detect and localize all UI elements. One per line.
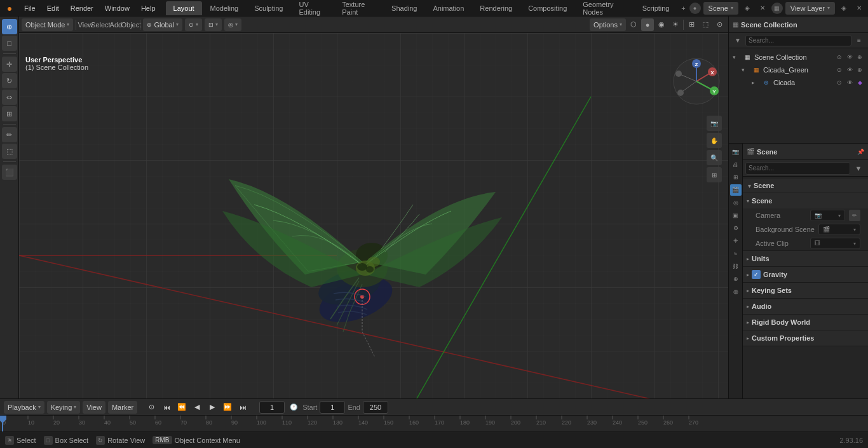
- tab-uv-editing[interactable]: UV Editing: [291, 1, 334, 15]
- outliner-item-scene-collection[interactable]: ▾ ▦ Scene Collection ⊙ 👁 ⊕: [729, 51, 868, 64]
- custom-props-header[interactable]: Custom Properties: [743, 330, 868, 346]
- start-frame-input[interactable]: 1: [320, 401, 345, 414]
- scene-section-arrow-icon[interactable]: ▾: [748, 182, 751, 189]
- tab-shading[interactable]: Shading: [384, 1, 424, 15]
- keying-sets-header[interactable]: Keying Sets: [743, 283, 868, 298]
- cicada-hide-toggle[interactable]: 👁: [845, 78, 854, 87]
- frame-clock-btn[interactable]: 🕐: [287, 401, 300, 414]
- scene-icon-btn[interactable]: ●: [689, 3, 701, 14]
- tab-compositing[interactable]: Compositing: [520, 1, 574, 15]
- snapping-toggle-btn[interactable]: ⊙: [713, 18, 726, 31]
- prop-tab-physics[interactable]: ≈: [730, 248, 742, 259]
- step-forward-btn[interactable]: ⏩: [221, 401, 234, 414]
- object-mode-dropdown[interactable]: Object Mode ▾: [22, 18, 73, 31]
- jump-start-btn[interactable]: ⏮: [160, 401, 173, 414]
- cicada-select-toggle[interactable]: ◆: [855, 78, 864, 87]
- navigation-gizmo[interactable]: Z X Y: [671, 56, 722, 107]
- viewport-canvas[interactable]: User Perspective (1) Scene Collection Z …: [19, 33, 728, 398]
- gravity-header[interactable]: ✓ Gravity: [743, 267, 868, 282]
- outliner-filter-icon-btn[interactable]: ≡: [853, 35, 865, 46]
- cursor-tool-btn[interactable]: ⊕: [2, 19, 17, 34]
- wireframe-btn[interactable]: ⬡: [627, 18, 640, 31]
- prop-tab-output[interactable]: 🖨: [730, 159, 742, 170]
- scene-subsection-header[interactable]: Scene: [743, 193, 868, 208]
- timeline-keying-dropdown[interactable]: Keying ▾: [47, 401, 81, 414]
- jump-end-btn[interactable]: ⏭: [236, 401, 249, 414]
- transform-btn[interactable]: ⊞: [2, 106, 17, 121]
- menu-file[interactable]: File: [19, 1, 41, 15]
- outliner-search-input[interactable]: [745, 35, 851, 46]
- rigid-body-world-header[interactable]: Rigid Body World: [743, 315, 868, 330]
- move-btn[interactable]: ✛: [2, 57, 17, 72]
- step-back-btn[interactable]: ⏪: [175, 401, 188, 414]
- gravity-checkbox[interactable]: ✓: [752, 270, 761, 279]
- tab-modeling[interactable]: Modeling: [203, 1, 247, 15]
- prop-tab-object[interactable]: ▣: [730, 210, 742, 221]
- blender-logo[interactable]: ●: [0, 0, 19, 17]
- end-frame-input[interactable]: 250: [363, 401, 388, 414]
- options-btn[interactable]: Options ▾: [590, 18, 626, 31]
- annotate-btn[interactable]: ✏: [2, 127, 17, 142]
- hand-overlay-btn[interactable]: ✋: [707, 133, 722, 148]
- rotate-btn[interactable]: ↻: [2, 73, 17, 88]
- add-menu-btn[interactable]: Add: [109, 18, 122, 31]
- add-workspace-tab[interactable]: +: [677, 1, 689, 15]
- pivot-dropdown[interactable]: ⊙ ▾: [185, 18, 202, 31]
- outliner-item-cicada-green[interactable]: ▾ ▦ Cicada_Green ⊙ 👁 ⊕: [729, 64, 868, 76]
- cicada-green-view-layer-toggle[interactable]: ⊙: [835, 65, 844, 74]
- tab-texture-paint[interactable]: Texture Paint: [334, 1, 383, 15]
- xray-btn[interactable]: ⬚: [699, 18, 712, 31]
- prop-tab-scene[interactable]: 🎬: [730, 184, 742, 196]
- transform-dropdown[interactable]: ⊕ Global ▾: [143, 18, 182, 31]
- props-pin-btn[interactable]: 📌: [857, 149, 864, 155]
- props-filter-btn[interactable]: ▼: [851, 161, 865, 175]
- units-header[interactable]: Units: [743, 251, 868, 266]
- rendered-btn[interactable]: ☀: [669, 18, 682, 31]
- remove-view-layer-btn[interactable]: ✕: [853, 2, 865, 15]
- expand-scene-collection[interactable]: ▾: [733, 54, 740, 60]
- prop-tab-world[interactable]: ◎: [730, 197, 742, 208]
- material-preview-btn[interactable]: ◉: [655, 18, 668, 31]
- camera-dropdown[interactable]: 📷 ▾: [810, 210, 845, 221]
- object-menu-btn[interactable]: Object: [125, 18, 137, 31]
- prop-tab-material[interactable]: ◍: [730, 286, 742, 297]
- properties-search-input[interactable]: [745, 162, 850, 175]
- grid-overlay-btn[interactable]: ⊞: [707, 167, 722, 182]
- active-clip-dropdown[interactable]: 🎞 ▾: [810, 238, 860, 249]
- menu-help[interactable]: Help: [136, 1, 161, 15]
- measure-btn[interactable]: ⬚: [2, 144, 17, 159]
- expand-cicada[interactable]: ▸: [752, 79, 759, 86]
- select-toggle[interactable]: ⊕: [855, 53, 864, 62]
- view-layer-toggle[interactable]: ⊙: [835, 53, 844, 62]
- cicada-view-layer-toggle[interactable]: ⊙: [835, 78, 844, 87]
- timeline-view-dropdown[interactable]: View: [83, 401, 105, 414]
- prop-tab-view-layer[interactable]: ⊞: [730, 172, 742, 183]
- outliner-filter-btn[interactable]: ▼: [731, 35, 744, 46]
- prop-tab-constraints[interactable]: ⛓: [730, 261, 742, 272]
- prop-tab-particles[interactable]: ⁜: [730, 235, 742, 247]
- tab-scripting[interactable]: Scripting: [635, 1, 677, 15]
- timeline-marker-dropdown[interactable]: Marker: [108, 401, 137, 414]
- tab-rendering[interactable]: Rendering: [472, 1, 520, 15]
- playback-dot-btn[interactable]: ⊙: [145, 401, 158, 414]
- add-cube-btn[interactable]: ⬛: [2, 165, 17, 180]
- solid-btn[interactable]: ●: [641, 18, 654, 31]
- tab-geometry-nodes[interactable]: Geometry Nodes: [575, 1, 634, 15]
- timeline-playback-dropdown[interactable]: Playback ▾: [4, 401, 44, 414]
- menu-edit[interactable]: Edit: [42, 1, 64, 15]
- menu-window[interactable]: Window: [100, 1, 135, 15]
- scene-dropdown[interactable]: Scene ▾: [703, 2, 738, 15]
- menu-render[interactable]: Render: [65, 1, 98, 15]
- proportional-btn[interactable]: ◎ ▾: [224, 18, 241, 31]
- expand-cicada-green[interactable]: ▾: [742, 67, 749, 73]
- prop-tab-render[interactable]: 📷: [730, 146, 742, 158]
- background-scene-dropdown[interactable]: 🎬 ▾: [818, 224, 860, 235]
- render-icon-btn[interactable]: ▦: [771, 3, 783, 14]
- play-reverse-btn[interactable]: ◀: [191, 401, 203, 414]
- view-layer-dropdown[interactable]: View Layer ▾: [785, 2, 835, 15]
- tab-animation[interactable]: Animation: [425, 1, 471, 15]
- camera-pencil-btn[interactable]: ✏: [849, 210, 860, 221]
- zoom-overlay-btn[interactable]: 🔍: [707, 150, 722, 165]
- tab-sculpting[interactable]: Sculpting: [247, 1, 290, 15]
- play-forward-btn[interactable]: ▶: [206, 401, 219, 414]
